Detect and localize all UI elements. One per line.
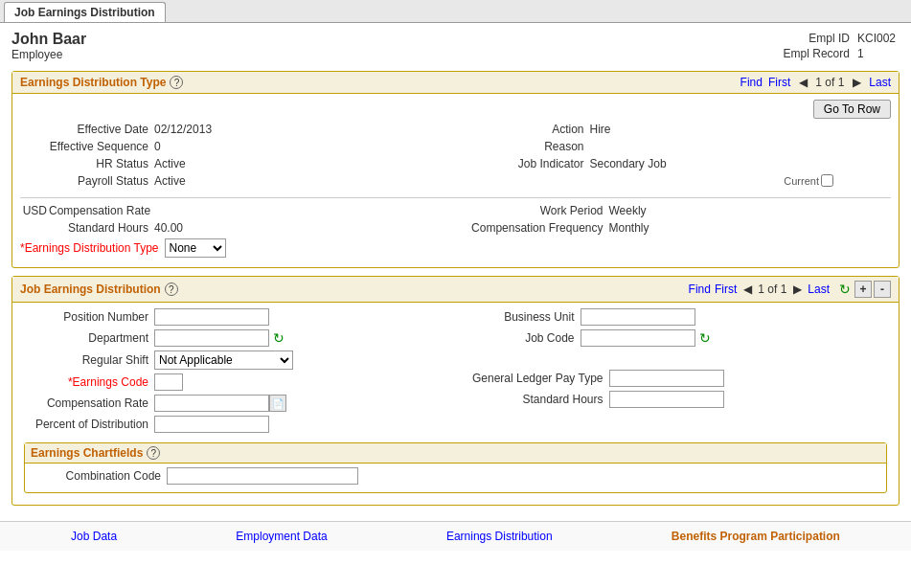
earnings-next-arrow[interactable]: ▶ [850,76,863,89]
standard-hours-value: 40.00 [154,221,183,235]
job-earnings-dist-section: Job Earnings Distribution ? Find First ◀… [11,276,900,506]
comp-rate-field-label: Compensation Rate [20,396,154,410]
business-unit-label: Business Unit [456,310,581,324]
combination-code-label: Combination Code [33,469,167,483]
person-name: John Baar [11,31,86,48]
comp-rate-label: Compensation Rate [49,204,156,217]
business-unit-input[interactable] [581,308,695,326]
earnings-code-label: *Earnings Code [20,375,154,389]
empl-record-value: 1 [857,47,864,60]
job-code-input[interactable] [581,329,695,347]
job-code-refresh-icon[interactable]: ↻ [699,330,711,346]
job-code-label: Job Code [456,331,581,345]
earnings-last-link[interactable]: Last [869,76,891,89]
bottom-nav-employment-data[interactable]: Employment Data [236,530,327,543]
hr-status-value: Active [154,157,186,170]
effective-seq-value: 0 [154,140,161,153]
position-number-input[interactable] [154,308,269,326]
pct-distribution-label: Percent of Distribution [20,418,154,431]
person-ids: Empl ID KCI002 Empl Record 1 [780,31,900,61]
job-next-arrow[interactable]: ▶ [790,283,804,296]
bottom-nav: Job Data Employment Data Earnings Distri… [0,521,911,551]
earnings-dist-type-label: *Earnings Distribution Type [20,241,165,255]
department-label: Department [20,331,154,345]
position-number-label: Position Number [20,310,154,324]
department-input[interactable] [154,329,269,347]
earnings-prev-arrow[interactable]: ◀ [796,76,809,89]
bottom-nav-job-data[interactable]: Job Data [71,530,117,543]
add-row-button[interactable]: + [854,281,872,298]
bottom-nav-earnings-distribution[interactable]: Earnings Distribution [446,530,553,543]
comp-rate-lookup-icon[interactable]: 📄 [269,395,286,412]
earnings-chartfields-title: Earnings Chartfields [31,446,143,460]
payroll-status-label: Payroll Status [20,174,154,188]
regular-shift-label: Regular Shift [20,353,154,367]
job-indicator-value: Secondary Job [590,157,667,170]
gl-pay-type-input[interactable] [609,370,724,387]
job-last-link[interactable]: Last [808,283,830,296]
empl-id-value: KCI002 [857,32,896,45]
bottom-nav-benefits-program[interactable]: Benefits Program Participation [672,530,840,543]
reason-label: Reason [456,140,590,153]
current-checkbox[interactable] [821,174,833,187]
earnings-chartfields-help-icon[interactable]: ? [147,446,160,460]
department-refresh-icon[interactable]: ↻ [273,330,285,346]
job-page-info: 1 of 1 [758,283,786,296]
comp-frequency-value: Monthly [609,221,649,235]
del-row-button[interactable]: - [874,281,891,298]
combination-code-input[interactable] [167,467,358,485]
effective-seq-label: Effective Sequence [20,140,154,153]
effective-date-label: Effective Date [20,123,154,136]
job-earnings-dist-title: Job Earnings Distribution [20,283,161,296]
payroll-status-value: Active [154,174,186,188]
empl-id-label: Empl ID [809,32,850,45]
std-hours-field-label: Standard Hours [456,393,609,406]
usd-label: USD [20,204,49,217]
earnings-page-info: 1 of 1 [815,76,844,89]
hr-status-label: HR Status [20,157,154,170]
std-hours-input[interactable] [609,391,724,408]
standard-hours-label: Standard Hours [20,221,154,235]
pct-distribution-input[interactable] [154,416,269,433]
work-period-label: Work Period [456,204,609,217]
job-first-link[interactable]: First [715,283,737,296]
comp-frequency-label: Compensation Frequency [456,221,609,235]
comp-rate-input[interactable] [154,395,269,412]
gl-pay-type-label: General Ledger Pay Type [456,372,609,385]
earnings-dist-type-select[interactable]: None Hours Percent Amount [165,238,226,258]
regular-shift-select[interactable]: Not Applicable Day Evening Night [154,351,293,370]
job-prev-arrow[interactable]: ◀ [740,283,754,296]
go-to-row-button[interactable]: Go To Row [813,100,891,119]
job-find-link[interactable]: Find [689,283,711,296]
earnings-first-link[interactable]: First [768,76,790,89]
earnings-dist-type-section: Earnings Distribution Type ? Find First … [11,71,900,268]
action-value: Hire [590,123,611,136]
earnings-dist-type-title: Earnings Distribution Type [20,76,166,89]
job-refresh-icon[interactable]: ↻ [839,282,851,297]
action-label: Action [456,123,590,136]
empl-record-label: Empl Record [784,47,850,60]
job-indicator-label: Job Indicator [456,157,590,170]
person-title: Employee [11,48,86,61]
effective-date-value: 02/12/2013 [154,123,212,136]
earnings-dist-type-help-icon[interactable]: ? [170,76,183,89]
current-label: Current [784,175,819,187]
person-header: John Baar Employee Empl ID KCI002 Empl R… [11,31,900,61]
earnings-find-link[interactable]: Find [740,76,763,89]
work-period-value: Weekly [609,204,647,217]
earnings-code-input[interactable] [154,373,183,391]
tab-job-earnings[interactable]: Job Earnings Distribution [4,2,166,22]
earnings-chartfields-section: Earnings Chartfields ? Combination Code [24,442,887,493]
tab-bar: Job Earnings Distribution [0,0,911,23]
job-earnings-help-icon[interactable]: ? [165,283,178,296]
